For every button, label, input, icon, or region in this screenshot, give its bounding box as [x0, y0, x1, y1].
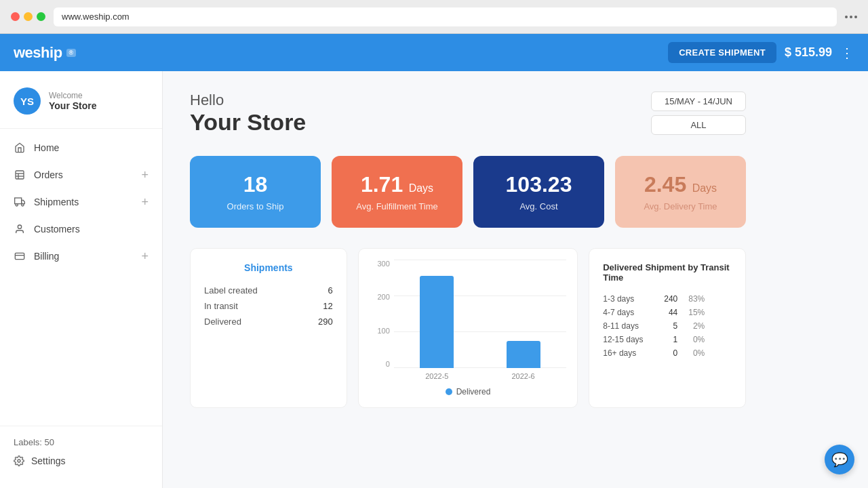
app: weship ® CREATE SHIPMENT $ 515.99 ⋮ YS W…	[0, 34, 868, 488]
stat-card-fulfillment: 1.71 Days Avg. Fulfillment Time	[332, 156, 462, 228]
browser-chrome: www.weship.com	[0, 0, 868, 34]
logo: weship ®	[14, 44, 76, 62]
stat-label-cost: Avg. Cost	[487, 201, 591, 211]
shipment-row-in-transit: In transit 12	[204, 298, 333, 314]
user-info: Welcome Your Store	[49, 91, 97, 111]
stat-label-delivery: Avg. Delivery Time	[629, 201, 732, 211]
transit-pct: 0%	[677, 348, 705, 358]
maximize-button[interactable]	[37, 12, 45, 21]
user-section: YS Welcome Your Store	[0, 82, 162, 129]
transit-row: 8-11 days 5 2%	[603, 319, 732, 333]
sidebar-item-label: Shipments	[34, 197, 133, 207]
transit-days: 12-15 days	[603, 335, 650, 344]
bars-group-may	[394, 276, 480, 368]
chart-y-labels: 300 200 100 0	[370, 260, 390, 368]
stat-label-fulfillment: Avg. Fulfillment Time	[345, 201, 449, 211]
stat-number-fulfillment: 1.71 Days	[345, 172, 449, 197]
transit-row: 1-3 days 240 83%	[603, 292, 732, 306]
chat-button[interactable]: 💬	[825, 445, 854, 474]
svg-rect-0	[16, 171, 24, 179]
url-text: www.weship.com	[62, 12, 130, 22]
settings-item[interactable]: Settings	[14, 455, 149, 466]
stat-number-orders: 18	[203, 172, 307, 197]
y-label: 200	[370, 293, 390, 301]
all-button[interactable]: ALL	[651, 115, 746, 135]
sidebar-item-home[interactable]: Home	[0, 134, 162, 161]
svg-rect-4	[15, 198, 22, 204]
transit-pct: 83%	[677, 294, 705, 304]
transit-pct: 2%	[677, 321, 705, 331]
svg-point-7	[18, 225, 21, 228]
sidebar: YS Welcome Your Store Home Orders +	[0, 71, 163, 488]
svg-rect-8	[15, 253, 24, 259]
sidebar-item-label: Home	[34, 142, 149, 153]
svg-point-5	[16, 204, 18, 206]
welcome-text: Welcome	[49, 91, 97, 100]
transit-title: Delivered Shipment by Transit Time	[603, 262, 732, 283]
shipment-value: 6	[328, 285, 333, 296]
x-label-may: 2022-5	[394, 372, 480, 380]
content-inner: Hello Your Store 15/MAY - 14/JUN ALL 18	[163, 71, 773, 428]
stat-card-delivery: 2.45 Days Avg. Delivery Time	[615, 156, 746, 228]
create-shipment-button[interactable]: CREATE SHIPMENT	[668, 42, 776, 63]
settings-icon	[14, 455, 24, 466]
shipment-row-label-created: Label created 6	[204, 283, 333, 298]
transit-count: 240	[650, 294, 677, 304]
sidebar-item-label: Billing	[34, 251, 133, 262]
billing-icon	[14, 250, 26, 262]
legend-label: Delivered	[456, 387, 491, 396]
address-bar[interactable]: www.weship.com	[54, 7, 837, 26]
balance-display: $ 515.99	[785, 45, 832, 60]
chart-bars-area	[394, 260, 566, 368]
shipment-value: 290	[318, 317, 333, 327]
avatar: YS	[14, 87, 41, 115]
topnav: weship ® CREATE SHIPMENT $ 515.99 ⋮	[0, 34, 868, 71]
sidebar-item-label: Customers	[34, 224, 149, 235]
stats-grid: 18 Orders to Ship 1.71 Days Avg. Fulfill…	[190, 156, 746, 228]
sidebar-item-billing[interactable]: Billing +	[0, 243, 162, 270]
sidebar-item-shipments[interactable]: Shipments +	[0, 188, 162, 216]
store-title: Your Store	[190, 109, 306, 136]
expand-icon[interactable]: +	[141, 196, 149, 208]
bar-jun	[507, 341, 540, 368]
minimize-button[interactable]	[24, 12, 33, 21]
chart-area: 300 200 100 0	[370, 260, 566, 368]
stat-number-cost: 103.23	[487, 172, 591, 197]
shipments-panel: Shipments Label created 6 In transit 12 …	[190, 248, 347, 408]
expand-icon[interactable]: +	[141, 169, 149, 181]
chart-panel: 300 200 100 0	[358, 248, 578, 408]
stat-card-cost: 103.23 Avg. Cost	[473, 156, 604, 228]
sidebar-item-customers[interactable]: Customers	[0, 216, 162, 243]
topnav-right: CREATE SHIPMENT $ 515.99 ⋮	[668, 42, 854, 63]
content: Hello Your Store 15/MAY - 14/JUN ALL 18	[163, 71, 868, 488]
chart-x-labels: 2022-5 2022-6	[394, 372, 566, 380]
transit-count: 44	[650, 308, 677, 317]
hello-text: Hello	[190, 92, 306, 109]
expand-icon[interactable]: +	[141, 250, 149, 262]
orders-icon	[14, 169, 26, 181]
bar-may	[420, 276, 454, 368]
close-button[interactable]	[11, 12, 20, 21]
traffic-lights	[11, 12, 45, 21]
shipment-label: Delivered	[204, 317, 241, 327]
topnav-menu-button[interactable]: ⋮	[840, 45, 854, 61]
stat-label-orders: Orders to Ship	[203, 201, 307, 211]
shipments-icon	[14, 196, 26, 208]
main-area: YS Welcome Your Store Home Orders +	[0, 71, 868, 488]
y-label: 0	[370, 360, 390, 368]
stat-card-orders: 18 Orders to Ship	[190, 156, 321, 228]
date-range-button[interactable]: 15/MAY - 14/JUN	[651, 92, 746, 111]
transit-days: 16+ days	[603, 348, 650, 358]
transit-row: 4-7 days 44 15%	[603, 306, 732, 319]
sidebar-item-orders[interactable]: Orders +	[0, 161, 162, 188]
y-label: 100	[370, 327, 390, 335]
transit-row: 16+ days 0 0%	[603, 346, 732, 360]
transit-panel: Delivered Shipment by Transit Time 1-3 d…	[589, 248, 746, 408]
bottom-grid: Shipments Label created 6 In transit 12 …	[190, 248, 746, 408]
svg-point-6	[22, 204, 24, 206]
shipments-panel-title: Shipments	[204, 262, 333, 273]
transit-days: 1-3 days	[603, 294, 650, 304]
chat-icon: 💬	[831, 451, 848, 468]
transit-days: 4-7 days	[603, 308, 650, 317]
sidebar-bottom: Labels: 50 Settings	[0, 426, 162, 477]
